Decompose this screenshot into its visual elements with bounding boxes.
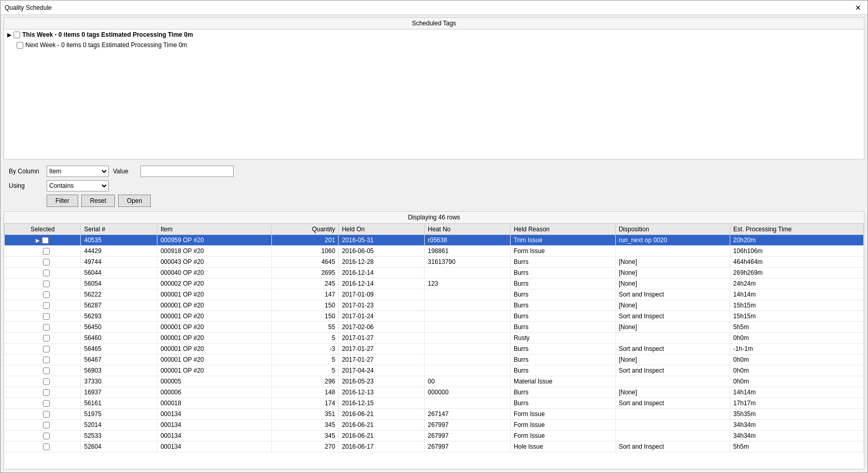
table-row[interactable]: 373300000052962016-05-2300Material Issue…	[5, 376, 864, 387]
col-header-serial: Serial #	[81, 224, 157, 235]
table-wrapper[interactable]: Selected Serial # Item Quantity Held On …	[4, 224, 864, 469]
cell-disposition	[615, 409, 730, 420]
row-checkbox[interactable]	[43, 302, 50, 309]
cell-esttime: 5h5m	[730, 322, 863, 333]
table-row[interactable]: 561610000181742016-12-15BurrsSort and In…	[5, 398, 864, 409]
row-checkbox[interactable]	[43, 411, 50, 418]
cell-heldreason: Burrs	[510, 398, 615, 409]
row-checkbox[interactable]	[43, 346, 50, 352]
cell-item: 000001 OP #20	[157, 354, 271, 365]
using-select[interactable]: Contains Equals Starts With Ends With	[47, 180, 109, 191]
table-row[interactable]: 56467000001 OP #2052017-01-27Burrs[None]…	[5, 354, 864, 365]
row-checkbox[interactable]	[43, 313, 50, 320]
cell-quantity: 5	[272, 333, 339, 344]
table-row[interactable]: 56465000001 OP #20-32017-01-27BurrsSort …	[5, 344, 864, 354]
cell-serial: 56161	[81, 398, 157, 409]
value-input[interactable]	[140, 166, 234, 177]
filter-buttons: Filter Reset Open	[47, 195, 859, 207]
close-button[interactable]: ✕	[853, 4, 863, 12]
cell-disposition	[615, 246, 730, 257]
cell-serial: 56467	[81, 354, 157, 365]
this-week-checkbox[interactable]	[13, 32, 20, 38]
row-checkbox[interactable]	[43, 444, 50, 450]
cell-heldon: 2016-06-21	[339, 420, 425, 431]
this-week-item[interactable]: ▶ This Week - 0 items 0 tags Estimated P…	[4, 29, 864, 40]
row-checkbox[interactable]	[43, 324, 50, 331]
table-row[interactable]: 520140001343452016-06-21267997Form Issue…	[5, 420, 864, 431]
cell-heldreason: Trim Issue	[510, 235, 615, 246]
table-row[interactable]: 56287000001 OP #201502017-01-23Burrs[Non…	[5, 300, 864, 311]
row-checkbox[interactable]	[43, 291, 50, 298]
cell-heldreason: Form Issue	[510, 246, 615, 257]
table-row[interactable]: 56054000002 OP #202452016-12-14123Burrs[…	[5, 278, 864, 289]
cell-item: 000002 OP #20	[157, 278, 271, 289]
table-row[interactable]: 49744000043 OP #2046452016-12-2831613790…	[5, 257, 864, 268]
row-checkbox[interactable]	[43, 335, 50, 342]
cell-heatno: 267147	[425, 409, 511, 420]
row-checkbox[interactable]	[43, 422, 50, 428]
cell-disposition: Sort and Inspect	[615, 398, 730, 409]
this-week-label: This Week - 0 items 0 tags Estimated Pro…	[22, 31, 193, 38]
cell-disposition: Sort and Inspect	[615, 289, 730, 300]
table-row[interactable]: 526040001342702016-06-17267997Hole Issue…	[5, 441, 864, 452]
cell-heldon: 2017-02-06	[339, 322, 425, 333]
open-button[interactable]: Open	[118, 195, 151, 207]
row-checkbox[interactable]	[43, 400, 50, 407]
cell-quantity: 5	[272, 365, 339, 376]
cell-disposition: run_next op 0020	[615, 235, 730, 246]
next-week-label: Next Week - 0 items 0 tags Estimated Pro…	[25, 41, 187, 49]
filter-button[interactable]: Filter	[47, 195, 78, 207]
cell-quantity: 147	[272, 289, 339, 300]
table-row[interactable]: ▶40535000959 OP #202012016-05-31r05638Tr…	[5, 235, 864, 246]
table-row[interactable]: 56044000040 OP #2026952016-12-14Burrs[No…	[5, 268, 864, 278]
row-checkbox[interactable]	[43, 389, 50, 396]
table-row[interactable]: 169370000061482016-12-13000000Burrs[None…	[5, 387, 864, 398]
by-column-select[interactable]: Item Serial # Quantity Held On Heat No H…	[47, 166, 109, 177]
cell-heldon: 2016-05-23	[339, 376, 425, 387]
row-checkbox[interactable]	[43, 378, 50, 385]
row-checkbox[interactable]	[43, 433, 50, 439]
reset-button[interactable]: Reset	[81, 195, 115, 207]
cell-serial: 56222	[81, 289, 157, 300]
row-checkbox[interactable]	[43, 367, 50, 374]
cell-heldreason: Burrs	[510, 365, 615, 376]
row-checkbox[interactable]	[42, 237, 49, 244]
cell-item: 000006	[157, 387, 271, 398]
cell-heatno	[425, 333, 511, 344]
next-week-item[interactable]: Next Week - 0 items 0 tags Estimated Pro…	[4, 40, 864, 50]
table-row[interactable]: 56460000001 OP #2052017-01-27Rusty0h0m	[5, 333, 864, 344]
col-header-heldon: Held On	[339, 224, 425, 235]
cell-heldon: 2016-12-15	[339, 398, 425, 409]
cell-disposition: [None]	[615, 300, 730, 311]
table-row[interactable]: 56903000001 OP #2052017-04-24BurrsSort a…	[5, 365, 864, 376]
expand-arrow-icon[interactable]: ▶	[7, 32, 11, 38]
value-label: Value	[113, 168, 136, 175]
col-header-selected: Selected	[5, 224, 81, 235]
cell-quantity: 351	[272, 409, 339, 420]
cell-heatno: 123	[425, 278, 511, 289]
table-row[interactable]: 519750001343512016-06-21267147Form Issue…	[5, 409, 864, 420]
table-row[interactable]: 56293000001 OP #201502017-01-24BurrsSort…	[5, 311, 864, 322]
row-checkbox[interactable]	[43, 248, 50, 255]
cell-item: 000134	[157, 420, 271, 431]
cell-serial: 56450	[81, 322, 157, 333]
table-row[interactable]: 44429000918 OP #2010602016-06-05198861Fo…	[5, 246, 864, 257]
row-checkbox[interactable]	[43, 270, 50, 276]
table-row[interactable]: 525330001343452016-06-21267997Form Issue…	[5, 431, 864, 441]
cell-item: 000001 OP #20	[157, 322, 271, 333]
cell-heldreason: Burrs	[510, 278, 615, 289]
window-title: Quality Schedule	[5, 4, 52, 11]
row-expand-arrow-icon[interactable]: ▶	[36, 238, 40, 243]
cell-heldon: 2016-12-28	[339, 257, 425, 268]
next-week-checkbox[interactable]	[17, 42, 23, 49]
cell-serial: 52533	[81, 431, 157, 441]
cell-quantity: 1060	[272, 246, 339, 257]
col-header-disposition: Disposition	[615, 224, 730, 235]
table-row[interactable]: 56222000001 OP #201472017-01-09BurrsSort…	[5, 289, 864, 300]
row-checkbox[interactable]	[43, 357, 50, 363]
row-checkbox[interactable]	[43, 280, 50, 287]
row-checkbox[interactable]	[43, 259, 50, 265]
cell-esttime: 464h464m	[730, 257, 863, 268]
cell-disposition: [None]	[615, 278, 730, 289]
table-row[interactable]: 56450000001 OP #20552017-02-06Burrs[None…	[5, 322, 864, 333]
